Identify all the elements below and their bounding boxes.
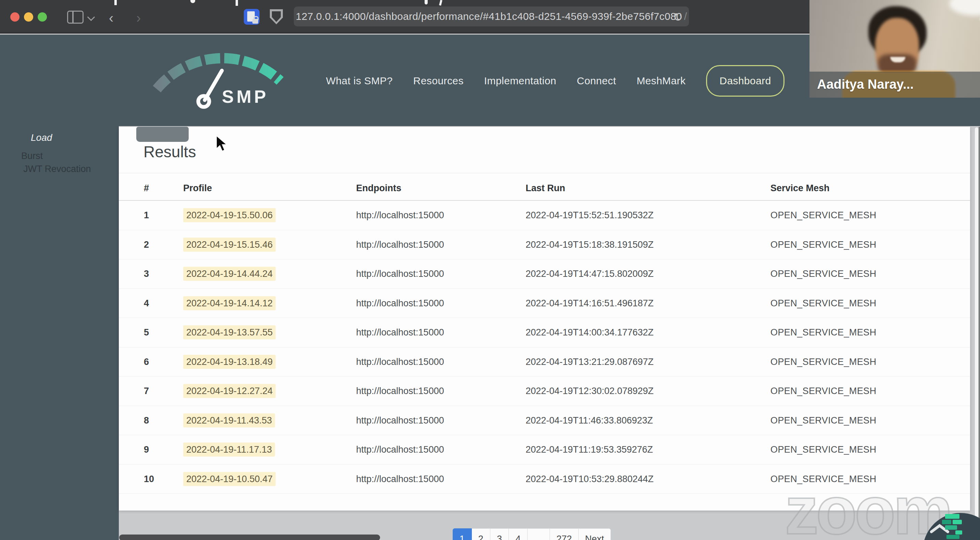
nav-item[interactable]: Dashboard xyxy=(706,65,784,97)
profile-name[interactable]: 2022-04-19-11.17.13 xyxy=(183,443,275,457)
sidebar-toggle-icon[interactable] xyxy=(67,11,84,24)
profile-name[interactable]: 2022-04-19-10.50.47 xyxy=(183,472,276,486)
table-row[interactable]: 1 2022-04-19-15.50.06 http://localhost:1… xyxy=(119,201,970,230)
table-row[interactable]: 6 2022-04-19-13.18.49 http://localhost:1… xyxy=(119,347,970,377)
pagination-button[interactable]: 2 xyxy=(471,528,490,540)
sidebar-item-jwt-revocation[interactable]: JWT Revocation xyxy=(23,164,91,174)
video-title-fragment xyxy=(235,0,238,6)
profile-name[interactable]: 2022-04-19-13.57.55 xyxy=(183,325,276,339)
layer5-logo-brick xyxy=(955,530,962,535)
lock-icon xyxy=(252,19,258,24)
video-title-fragment xyxy=(115,0,117,5)
nav-item-label: What is SMP? xyxy=(326,75,393,86)
reload-icon[interactable]: ↻ xyxy=(673,10,683,24)
pagination-button[interactable]: 4 xyxy=(509,528,528,540)
layer5-logo-brick xyxy=(942,520,951,524)
mouse-cursor xyxy=(215,135,230,153)
service-mesh-name: OPEN_SERVICE_MESH xyxy=(770,356,876,367)
horizontal-scrollbar[interactable] xyxy=(119,535,380,540)
table-row[interactable]: 3 2022-04-19-14.44.24 http://localhost:1… xyxy=(119,260,970,289)
pagination-label: 3 xyxy=(497,534,502,540)
pagination-button[interactable]: 272 xyxy=(550,528,579,540)
webcam-overlay[interactable]: Aaditya Naray... xyxy=(810,0,980,98)
zoom-watermark: zoom xyxy=(785,472,951,540)
nav-item[interactable]: Connect xyxy=(577,75,616,87)
table-row[interactable]: 5 2022-04-19-13.57.55 http://localhost:1… xyxy=(119,318,970,347)
service-mesh-name: OPEN_SERVICE_MESH xyxy=(770,327,876,338)
endpoint-url: http://localhost:15000 xyxy=(356,444,444,455)
shield-extension-icon[interactable] xyxy=(270,9,283,24)
pagination-label: 272 xyxy=(557,534,572,540)
layer5-logo-brick xyxy=(947,535,959,539)
url-dim-suffix: / xyxy=(684,11,687,22)
back-button[interactable]: ‹ xyxy=(109,10,113,26)
endpoint-url: http://localhost:15000 xyxy=(356,473,444,484)
last-run-timestamp: 2022-04-19T15:52:51.190532Z xyxy=(526,210,654,221)
profile-name[interactable]: 2022-04-19-15.15.46 xyxy=(183,237,276,252)
service-mesh-name: OPEN_SERVICE_MESH xyxy=(770,415,876,425)
extension-icon[interactable] xyxy=(244,9,259,25)
nav-item[interactable]: What is SMP? xyxy=(326,75,393,87)
zoom-window-button[interactable] xyxy=(38,12,47,22)
pagination-button[interactable]: … xyxy=(527,528,550,540)
row-number: 8 xyxy=(144,415,149,425)
divider xyxy=(119,173,970,174)
profile-name[interactable]: 2022-04-19-11.43.53 xyxy=(183,413,275,427)
webcam-background-light xyxy=(949,0,980,16)
endpoint-url: http://localhost:15000 xyxy=(356,415,444,425)
row-number: 9 xyxy=(144,444,149,455)
window-right-edge xyxy=(978,127,980,540)
pagination: 1 2 3 4 … 272 Next xyxy=(453,528,611,540)
service-mesh-name: OPEN_SERVICE_MESH xyxy=(770,269,876,279)
pagination-label: 1 xyxy=(460,534,465,540)
table-row[interactable]: 7 2022-04-19-12.27.24 http://localhost:1… xyxy=(119,377,970,406)
chevron-down-icon[interactable] xyxy=(88,13,95,21)
sidebar-item-burst[interactable]: Burst xyxy=(21,151,43,161)
profile-name[interactable]: 2022-04-19-12.27.24 xyxy=(183,384,276,398)
nav-item-label: Resources xyxy=(413,75,464,86)
column-header-lastrun: Last Run xyxy=(526,183,565,194)
last-run-timestamp: 2022-04-19T10:53:29.880244Z xyxy=(526,473,654,484)
column-header-endpoints: Endpoints xyxy=(356,183,401,194)
pagination-button[interactable]: 1 xyxy=(453,528,472,540)
pagination-button[interactable]: Next xyxy=(578,528,611,540)
service-mesh-name: OPEN_SERVICE_MESH xyxy=(770,210,876,221)
profile-name[interactable]: 2022-04-19-13.18.49 xyxy=(183,355,276,369)
pagination-button[interactable]: 3 xyxy=(490,528,509,540)
table-body: 1 2022-04-19-15.50.06 http://localhost:1… xyxy=(119,201,970,494)
table-row[interactable]: 8 2022-04-19-11.43.53 http://localhost:1… xyxy=(119,406,970,435)
smp-gauge-logo xyxy=(147,44,291,112)
profile-name[interactable]: 2022-04-19-14.14.12 xyxy=(183,296,276,310)
participant-name: Aaditya Naray... xyxy=(817,77,913,92)
row-number: 4 xyxy=(144,298,149,308)
sidebar-item-load[interactable]: Load xyxy=(31,132,52,143)
address-bar[interactable]: 127.0.0.1:4000/dashboard/performance/#41… xyxy=(294,6,689,26)
profile-name[interactable]: 2022-04-19-15.50.06 xyxy=(183,208,276,222)
layer5-logo-brick xyxy=(945,514,959,519)
nav-item[interactable]: Implementation xyxy=(484,75,557,87)
endpoint-url: http://localhost:15000 xyxy=(356,356,444,367)
endpoint-url: http://localhost:15000 xyxy=(356,239,444,250)
minimize-window-button[interactable] xyxy=(24,12,33,22)
table-row[interactable]: 4 2022-04-19-14.14.12 http://localhost:1… xyxy=(119,289,970,318)
nav-item[interactable]: MeshMark xyxy=(636,75,686,87)
layer5-logo-brick xyxy=(953,520,962,524)
nav-item[interactable]: Resources xyxy=(413,75,464,87)
service-mesh-name: OPEN_SERVICE_MESH xyxy=(770,386,876,397)
vertical-scrollbar[interactable] xyxy=(975,127,978,540)
forward-button[interactable]: › xyxy=(136,10,141,26)
endpoint-url: http://localhost:15000 xyxy=(356,269,444,279)
table-row[interactable]: 2 2022-04-19-15.15.46 http://localhost:1… xyxy=(119,230,970,260)
video-title-fragment xyxy=(425,0,428,5)
participant-name-band: Aaditya Naray... xyxy=(810,72,980,98)
profile-name[interactable]: 2022-04-19-14.44.24 xyxy=(183,267,276,281)
close-window-button[interactable] xyxy=(10,12,19,22)
row-number: 7 xyxy=(144,386,149,397)
collapsed-tab-stub[interactable] xyxy=(136,127,189,142)
main-nav: What is SMP? Resources Implementation Co… xyxy=(326,62,784,99)
nav-item-label: Dashboard xyxy=(719,75,771,86)
column-header-servicemesh: Service Mesh xyxy=(770,183,830,194)
table-row[interactable]: 9 2022-04-19-11.17.13 http://localhost:1… xyxy=(119,435,970,465)
endpoint-url: http://localhost:15000 xyxy=(356,210,444,221)
left-sidebar xyxy=(0,126,119,540)
